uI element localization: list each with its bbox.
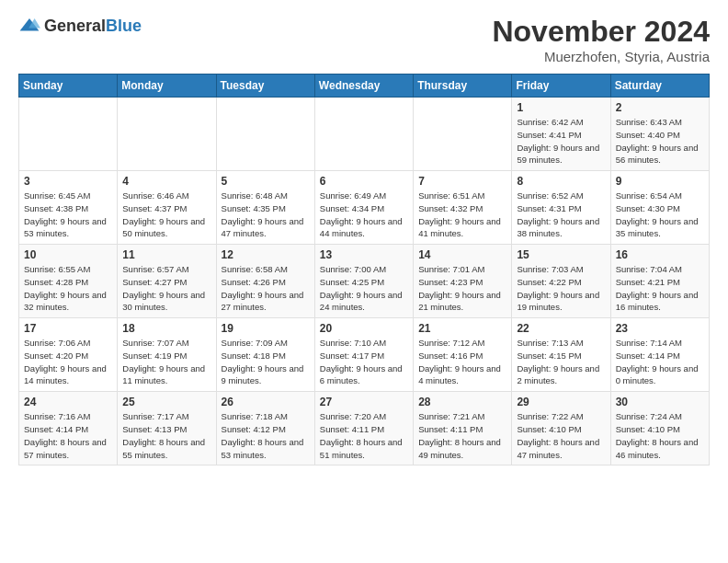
day-number: 7 [418, 175, 506, 188]
table-row: 21Sunrise: 7:12 AM Sunset: 4:16 PM Dayli… [414, 318, 512, 392]
day-number: 19 [222, 322, 310, 335]
table-row: 26Sunrise: 7:18 AM Sunset: 4:12 PM Dayli… [216, 392, 314, 465]
day-number: 29 [517, 396, 605, 408]
day-detail: Sunrise: 6:48 AM Sunset: 4:35 PM Dayligh… [222, 190, 310, 240]
col-thursday: Thursday [414, 75, 512, 98]
day-detail: Sunrise: 7:17 AM Sunset: 4:13 PM Dayligh… [122, 410, 210, 461]
day-number: 18 [122, 322, 210, 335]
day-number: 2 [616, 101, 704, 114]
calendar-week-row: 10Sunrise: 6:55 AM Sunset: 4:28 PM Dayli… [19, 245, 710, 318]
day-detail: Sunrise: 7:03 AM Sunset: 4:22 PM Dayligh… [517, 263, 605, 314]
calendar-table: Sunday Monday Tuesday Wednesday Thursday… [18, 74, 710, 465]
day-detail: Sunrise: 6:46 AM Sunset: 4:37 PM Dayligh… [122, 190, 210, 240]
day-detail: Sunrise: 6:55 AM Sunset: 4:28 PM Dayligh… [24, 263, 112, 314]
day-detail: Sunrise: 6:51 AM Sunset: 4:32 PM Dayligh… [418, 190, 506, 240]
day-detail: Sunrise: 7:10 AM Sunset: 4:17 PM Dayligh… [320, 337, 408, 387]
day-number: 6 [320, 175, 408, 188]
table-row: 14Sunrise: 7:01 AM Sunset: 4:23 PM Dayli… [414, 245, 512, 318]
col-tuesday: Tuesday [216, 75, 314, 98]
logo-text: GeneralBlue [44, 17, 142, 36]
table-row: 15Sunrise: 7:03 AM Sunset: 4:22 PM Dayli… [512, 245, 610, 318]
logo: GeneralBlue [18, 15, 142, 37]
location-title: Muerzhofen, Styria, Austria [492, 49, 710, 64]
day-number: 5 [222, 175, 310, 188]
table-row: 13Sunrise: 7:00 AM Sunset: 4:25 PM Dayli… [314, 245, 413, 318]
day-number: 28 [418, 396, 506, 408]
calendar-week-row: 1Sunrise: 6:42 AM Sunset: 4:41 PM Daylig… [19, 98, 710, 171]
table-row [216, 98, 314, 171]
day-number: 24 [24, 396, 112, 408]
table-row: 20Sunrise: 7:10 AM Sunset: 4:17 PM Dayli… [314, 318, 413, 392]
table-row: 30Sunrise: 7:24 AM Sunset: 4:10 PM Dayli… [610, 392, 709, 465]
table-row: 7Sunrise: 6:51 AM Sunset: 4:32 PM Daylig… [414, 171, 512, 245]
table-row: 18Sunrise: 7:07 AM Sunset: 4:19 PM Dayli… [118, 318, 216, 392]
col-saturday: Saturday [610, 75, 709, 98]
table-row: 24Sunrise: 7:16 AM Sunset: 4:14 PM Dayli… [19, 392, 118, 465]
table-row: 16Sunrise: 7:04 AM Sunset: 4:21 PM Dayli… [610, 245, 709, 318]
day-detail: Sunrise: 7:20 AM Sunset: 4:11 PM Dayligh… [320, 410, 408, 461]
table-row: 29Sunrise: 7:22 AM Sunset: 4:10 PM Dayli… [512, 392, 610, 465]
table-row: 1Sunrise: 6:42 AM Sunset: 4:41 PM Daylig… [512, 98, 610, 171]
table-row: 10Sunrise: 6:55 AM Sunset: 4:28 PM Dayli… [19, 245, 118, 318]
day-detail: Sunrise: 7:13 AM Sunset: 4:15 PM Dayligh… [517, 337, 605, 387]
table-row: 25Sunrise: 7:17 AM Sunset: 4:13 PM Dayli… [118, 392, 216, 465]
day-number: 30 [616, 396, 704, 408]
day-number: 27 [320, 396, 408, 408]
table-row: 12Sunrise: 6:58 AM Sunset: 4:26 PM Dayli… [216, 245, 314, 318]
day-detail: Sunrise: 7:04 AM Sunset: 4:21 PM Dayligh… [616, 263, 704, 314]
day-number: 25 [122, 396, 210, 408]
day-number: 1 [517, 101, 605, 114]
col-monday: Monday [118, 75, 216, 98]
table-row: 23Sunrise: 7:14 AM Sunset: 4:14 PM Dayli… [610, 318, 709, 392]
table-row: 17Sunrise: 7:06 AM Sunset: 4:20 PM Dayli… [19, 318, 118, 392]
day-detail: Sunrise: 7:18 AM Sunset: 4:12 PM Dayligh… [222, 410, 310, 461]
day-number: 23 [616, 322, 704, 335]
day-detail: Sunrise: 7:06 AM Sunset: 4:20 PM Dayligh… [24, 337, 112, 387]
table-row: 8Sunrise: 6:52 AM Sunset: 4:31 PM Daylig… [512, 171, 610, 245]
day-number: 3 [24, 175, 112, 188]
table-row: 4Sunrise: 6:46 AM Sunset: 4:37 PM Daylig… [118, 171, 216, 245]
day-detail: Sunrise: 6:42 AM Sunset: 4:41 PM Dayligh… [517, 116, 605, 167]
title-block: November 2024 Muerzhofen, Styria, Austri… [492, 15, 710, 64]
table-row: 27Sunrise: 7:20 AM Sunset: 4:11 PM Dayli… [314, 392, 413, 465]
day-detail: Sunrise: 6:49 AM Sunset: 4:34 PM Dayligh… [320, 190, 408, 240]
day-detail: Sunrise: 6:52 AM Sunset: 4:31 PM Dayligh… [517, 190, 605, 240]
day-number: 21 [418, 322, 506, 335]
table-row: 5Sunrise: 6:48 AM Sunset: 4:35 PM Daylig… [216, 171, 314, 245]
day-number: 13 [320, 248, 408, 261]
calendar-header-row: Sunday Monday Tuesday Wednesday Thursday… [19, 75, 710, 98]
day-detail: Sunrise: 6:43 AM Sunset: 4:40 PM Dayligh… [616, 116, 704, 167]
day-detail: Sunrise: 7:00 AM Sunset: 4:25 PM Dayligh… [320, 263, 408, 314]
table-row: 11Sunrise: 6:57 AM Sunset: 4:27 PM Dayli… [118, 245, 216, 318]
day-number: 22 [517, 322, 605, 335]
day-detail: Sunrise: 6:54 AM Sunset: 4:30 PM Dayligh… [616, 190, 704, 240]
col-wednesday: Wednesday [314, 75, 413, 98]
day-number: 20 [320, 322, 408, 335]
day-detail: Sunrise: 7:09 AM Sunset: 4:18 PM Dayligh… [222, 337, 310, 387]
header: GeneralBlue November 2024 Muerzhofen, St… [18, 15, 710, 64]
day-number: 15 [517, 248, 605, 261]
table-row: 3Sunrise: 6:45 AM Sunset: 4:38 PM Daylig… [19, 171, 118, 245]
day-detail: Sunrise: 7:07 AM Sunset: 4:19 PM Dayligh… [122, 337, 210, 387]
table-row [314, 98, 413, 171]
day-detail: Sunrise: 7:22 AM Sunset: 4:10 PM Dayligh… [517, 410, 605, 461]
logo-general: General [44, 17, 106, 35]
table-row [19, 98, 118, 171]
day-number: 26 [222, 396, 310, 408]
table-row: 28Sunrise: 7:21 AM Sunset: 4:11 PM Dayli… [414, 392, 512, 465]
month-title: November 2024 [492, 15, 710, 49]
table-row [414, 98, 512, 171]
day-detail: Sunrise: 6:57 AM Sunset: 4:27 PM Dayligh… [122, 263, 210, 314]
table-row: 2Sunrise: 6:43 AM Sunset: 4:40 PM Daylig… [610, 98, 709, 171]
day-detail: Sunrise: 7:16 AM Sunset: 4:14 PM Dayligh… [24, 410, 112, 461]
table-row: 9Sunrise: 6:54 AM Sunset: 4:30 PM Daylig… [610, 171, 709, 245]
day-detail: Sunrise: 7:01 AM Sunset: 4:23 PM Dayligh… [418, 263, 506, 314]
day-number: 10 [24, 248, 112, 261]
logo-blue: Blue [106, 17, 142, 35]
main-container: GeneralBlue November 2024 Muerzhofen, St… [0, 0, 728, 475]
day-detail: Sunrise: 7:12 AM Sunset: 4:16 PM Dayligh… [418, 337, 506, 387]
day-number: 17 [24, 322, 112, 335]
day-detail: Sunrise: 7:14 AM Sunset: 4:14 PM Dayligh… [616, 337, 704, 387]
table-row: 6Sunrise: 6:49 AM Sunset: 4:34 PM Daylig… [314, 171, 413, 245]
day-number: 4 [122, 175, 210, 188]
